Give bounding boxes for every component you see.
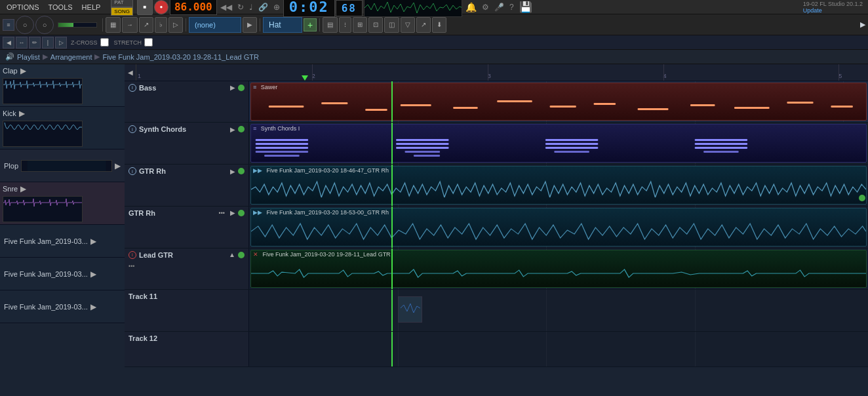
audio-clip-3[interactable]: Five Funk Jam_2019-03... ▶: [0, 290, 125, 323]
gtr1-arrow[interactable]: ▶: [230, 168, 235, 175]
svg-rect-27: [545, 147, 598, 149]
plop-arrow[interactable]: ▶: [115, 161, 121, 170]
ruler-ticks-area[interactable]: 1 2 3 4 5: [136, 64, 868, 81]
bass-clip[interactable]: ≡ Sawer: [250, 83, 867, 121]
note-icon[interactable]: ♩: [247, 1, 255, 13]
audio-clip-2-arrow[interactable]: ▶: [90, 269, 96, 279]
cursor-btn[interactable]: ↗: [139, 17, 153, 33]
knob-right[interactable]: ○: [35, 16, 54, 34]
gtr1-clip[interactable]: ▶▶ Five Funk Jam_2019-03-20 18-46-47_GTR…: [250, 166, 867, 205]
update-label[interactable]: Update: [803, 7, 863, 14]
instrument-plop[interactable]: Plop ▶: [0, 149, 125, 182]
menu-help[interactable]: HELP: [78, 2, 105, 12]
arrow-right-btn[interactable]: →: [122, 17, 138, 33]
instrument-snre[interactable]: Snre ▶: [0, 182, 125, 225]
kick-arrow[interactable]: ▶: [19, 109, 25, 118]
rewind-icon[interactable]: ◀◀: [218, 1, 234, 13]
hat-plus-btn[interactable]: +: [304, 18, 317, 31]
playlist-button[interactable]: ▦: [106, 17, 121, 33]
gtr2-arrow[interactable]: ▶: [230, 209, 235, 216]
track-lead-content[interactable]: ✕ Five Funk Jam_2019-03-20 19-28-11_Lead…: [249, 248, 868, 290]
nav-pencil[interactable]: ✏: [29, 37, 41, 49]
nav-double-arrow[interactable]: ↔: [16, 37, 28, 49]
audio-clip-3-arrow[interactable]: ▶: [90, 302, 96, 311]
audio-clip-1-arrow[interactable]: ▶: [90, 237, 96, 246]
menu-options[interactable]: OPTIONS: [3, 2, 43, 12]
mic-icon[interactable]: 🎤: [492, 1, 506, 13]
track-12-content[interactable]: [249, 332, 868, 366]
lead-expand[interactable]: ▲: [229, 251, 235, 258]
metronome-icon[interactable]: 🔔: [464, 1, 479, 14]
link-icon[interactable]: 🔗: [256, 1, 270, 13]
t11-snippet[interactable]: [398, 296, 423, 323]
gtr2-dots: •••: [219, 210, 225, 216]
synth-name: Synth Chords: [139, 125, 186, 133]
lead-info-icon[interactable]: i: [128, 251, 136, 259]
nav-scroll[interactable]: |: [42, 37, 54, 49]
t12-playhead: [391, 332, 393, 366]
stretch-checkbox[interactable]: [144, 38, 153, 47]
preset-display[interactable]: (none): [189, 17, 241, 33]
loop-icon[interactable]: ↻: [235, 1, 246, 13]
audio-clip-2[interactable]: Five Funk Jam_2019-03... ▶: [0, 258, 125, 290]
filter-btn[interactable]: ▽: [401, 17, 415, 33]
settings-icon[interactable]: ⚙: [480, 1, 491, 13]
channel-btn[interactable]: ⊞: [353, 17, 367, 33]
nav-arrow2[interactable]: ▷: [55, 37, 67, 49]
track-gtr2-content[interactable]: ▶▶ Five Funk Jam_2019-03-20 18-53-00_GTR…: [249, 207, 868, 248]
track-gtr2: GTR Rh ••• ▶ ▶▶ Five Funk Jam_2019-03-20…: [125, 207, 868, 248]
ruler-left-ctrl[interactable]: ◀: [125, 64, 136, 81]
playhead-triangle: [302, 75, 308, 81]
track-synth-content[interactable]: ≡ Synth Chords I: [249, 123, 868, 164]
song-button[interactable]: SONG: [111, 7, 133, 16]
breadcrumb-clip[interactable]: Five Funk Jam_2019-03-20 19-28-11_Lead G…: [102, 53, 258, 61]
piano-btn[interactable]: ♭: [155, 17, 167, 33]
audio-clip-1[interactable]: Five Funk Jam_2019-03... ▶: [0, 225, 125, 258]
track-gtr1-content[interactable]: ▶▶ Five Funk Jam_2019-03-20 18-46-47_GTR…: [249, 165, 868, 206]
z-cross-checkbox[interactable]: [100, 38, 109, 47]
bass-arrow[interactable]: ▶: [230, 84, 235, 91]
svg-rect-13: [787, 102, 813, 104]
snre-arrow[interactable]: ▶: [20, 184, 26, 193]
plop-label: Plop: [4, 162, 18, 170]
mixer-icon[interactable]: ≡: [3, 19, 14, 31]
bpm-display[interactable]: 86.000: [170, 0, 217, 15]
clip-btn[interactable]: ◫: [384, 17, 399, 33]
arrow-nav[interactable]: ▶: [860, 20, 865, 29]
synth-info-icon[interactable]: i: [128, 125, 136, 133]
record-button[interactable]: ●: [154, 0, 168, 14]
stamp-icon[interactable]: ⊕: [271, 1, 282, 13]
clap-arrow[interactable]: ▶: [20, 66, 26, 75]
instrument-kick[interactable]: Kick ▶: [0, 107, 125, 149]
track-11-content[interactable]: [249, 290, 868, 331]
synth-clip[interactable]: ≡ Synth Chords I: [250, 124, 867, 163]
lead-clip[interactable]: ✕ Five Funk Jam_2019-03-20 19-28-11_Lead…: [250, 250, 867, 288]
ruler-gridline-3: [488, 64, 488, 81]
svg-rect-6: [453, 107, 478, 109]
automation-btn[interactable]: ↗: [416, 17, 431, 33]
save-icon[interactable]: 💾: [517, 0, 534, 14]
fx-btn[interactable]: ⊡: [368, 17, 383, 33]
sample-btn[interactable]: ▷: [168, 17, 183, 33]
knob-left[interactable]: ○: [16, 16, 34, 34]
track-bass-content[interactable]: ≡ Sawer: [249, 81, 868, 123]
stop-button[interactable]: ■: [137, 0, 153, 15]
pattern-btn[interactable]: ▤: [323, 17, 338, 33]
instrument-clap[interactable]: Clap ▶: [0, 64, 125, 107]
eq-btn[interactable]: ⫶: [339, 17, 351, 33]
bass-info-icon[interactable]: i: [128, 84, 136, 92]
gtr2-clip[interactable]: ▶▶ Five Funk Jam_2019-03-20 18-53-00_GTR…: [250, 208, 867, 247]
breadcrumb-arrangement[interactable]: Arrangement: [50, 53, 92, 61]
svg-rect-5: [401, 104, 431, 106]
menu-bar: OPTIONS TOOLS HELP PAT SONG ■ ● 86.000 ◀…: [0, 0, 868, 14]
pat-button[interactable]: PAT: [111, 0, 133, 7]
menu-tools[interactable]: TOOLS: [45, 2, 77, 12]
nav-arrow-left[interactable]: ◀: [3, 37, 14, 49]
preset-arrow[interactable]: ▶: [243, 17, 257, 33]
breadcrumb-playlist[interactable]: Playlist: [17, 53, 40, 61]
synth-arrow[interactable]: ▶: [230, 126, 235, 133]
download-btn[interactable]: ⬇: [432, 17, 446, 33]
help-icon[interactable]: ?: [507, 1, 516, 13]
volume-slider[interactable]: [58, 22, 97, 28]
gtr1-info-icon[interactable]: i: [128, 167, 136, 175]
